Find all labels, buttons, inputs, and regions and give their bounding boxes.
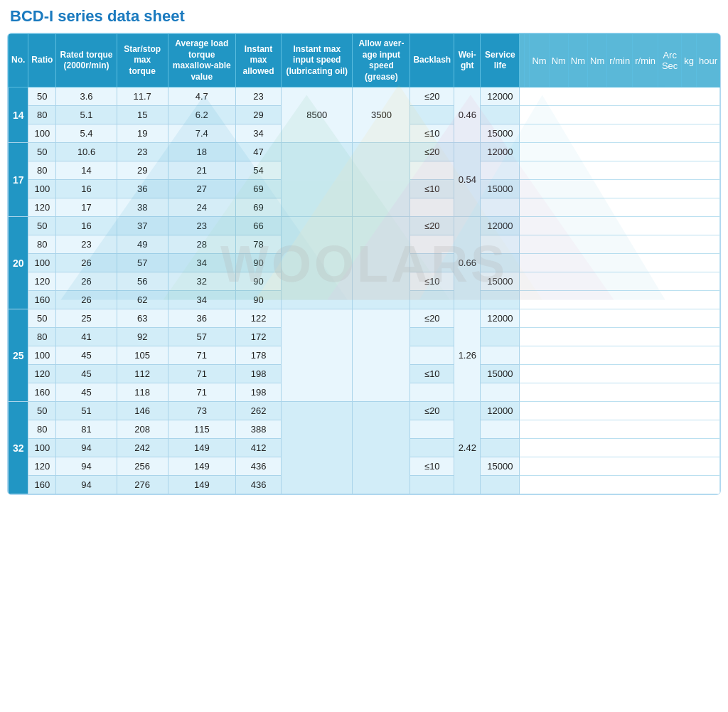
cell-backlash [410,476,454,494]
cell-service [481,346,520,365]
col-ratio: Ratio [28,34,56,87]
unit-inst-speed: r/min [607,34,633,87]
cell-avg: 149 [168,476,235,494]
cell-instant: 388 [235,420,281,439]
cell-backlash: ≤10 [410,272,454,291]
table-row: 32505114673262≤202.4212000 [9,402,720,420]
cell-avg: 21 [168,161,235,180]
cell-ratio: 50 [28,309,56,328]
cell-backlash [410,161,454,180]
cell-rated: 26 [56,291,117,309]
cell-star: 62 [117,291,168,309]
unit-service: hour [696,34,719,87]
cell-ratio: 80 [28,106,56,124]
cell-rated: 26 [56,272,117,291]
cell-ratio: 100 [28,346,56,365]
cell-instant: 262 [235,402,281,420]
cell-star: 118 [117,383,168,402]
col-no: No. [9,34,28,87]
col-rated: Rated torque (2000r/min) [56,34,117,87]
cell-weight: 0.66 [454,217,481,309]
table-row: 14503.611.74.72385003500≤200.4612000 [9,87,720,106]
cell-service: 15000 [481,365,520,383]
cell-backlash [410,328,454,346]
cell-service [481,476,520,494]
cell-weight: 2.42 [454,402,481,494]
cell-service [481,106,520,124]
cell-service: 12000 [481,402,520,420]
cell-rated: 16 [56,180,117,198]
cell-avg: 57 [168,328,235,346]
cell-inst-speed [282,402,353,494]
cell-star: 49 [117,235,168,254]
cell-instant: 78 [235,235,281,254]
cell-star: 256 [117,457,168,476]
cell-instant: 90 [235,272,281,291]
cell-instant: 90 [235,254,281,272]
cell-ratio: 120 [28,457,56,476]
cell-service [481,198,520,217]
cell-allow-speed [353,143,410,217]
cell-service: 15000 [481,124,520,143]
col-backlash: Backlash [410,34,454,87]
col-allow-speed: Allow aver-age input speed (grease) [353,34,410,87]
cell-instant: 122 [235,309,281,328]
cell-avg: 28 [168,235,235,254]
cell-avg: 115 [168,420,235,439]
unit-backlash: Arc Sec [658,34,682,87]
cell-instant: 412 [235,439,281,457]
cell-ratio: 80 [28,420,56,439]
unit-spacer1 [520,34,525,87]
cell-instant: 198 [235,383,281,402]
cell-backlash: ≤20 [410,87,454,106]
group-no: 32 [9,402,28,494]
main-table: No. Ratio Rated torque (2000r/min) Star/… [8,33,720,494]
cell-avg: 32 [168,272,235,291]
cell-avg: 27 [168,180,235,198]
cell-rated: 17 [56,198,117,217]
cell-rated: 14 [56,161,117,180]
cell-star: 112 [117,365,168,383]
cell-avg: 36 [168,309,235,328]
cell-allow-speed: 3500 [353,87,410,143]
cell-rated: 41 [56,328,117,346]
cell-inst-speed [282,143,353,217]
cell-ratio: 80 [28,235,56,254]
cell-instant: 436 [235,457,281,476]
cell-service: 12000 [481,87,520,106]
cell-star: 15 [117,106,168,124]
cell-service: 15000 [481,272,520,291]
cell-avg: 4.7 [168,87,235,106]
cell-avg: 6.2 [168,106,235,124]
cell-inst-speed: 8500 [282,87,353,143]
cell-ratio: 160 [28,383,56,402]
table-row: 205016372366≤200.6612000 [9,217,720,235]
unit-rated: Nm [530,34,549,87]
col-service: Service life [481,34,520,87]
cell-service [481,328,520,346]
cell-instant: 178 [235,346,281,365]
cell-ratio: 100 [28,180,56,198]
cell-service [481,291,520,309]
cell-backlash: ≤20 [410,309,454,328]
cell-rated: 25 [56,309,117,328]
cell-service: 15000 [481,180,520,198]
cell-backlash [410,106,454,124]
cell-ratio: 50 [28,143,56,161]
col-weight: Wei-ght [454,34,481,87]
cell-rated: 81 [56,420,117,439]
cell-backlash [410,346,454,365]
cell-backlash: ≤10 [410,124,454,143]
cell-backlash: ≤10 [410,457,454,476]
cell-instant: 23 [235,87,281,106]
cell-avg: 73 [168,402,235,420]
cell-rated: 45 [56,383,117,402]
cell-service [481,439,520,457]
cell-star: 92 [117,328,168,346]
cell-ratio: 80 [28,328,56,346]
unit-spacer2 [525,34,530,87]
col-inst-speed: Instant max input speed (lubricating oil… [282,34,353,87]
cell-ratio: 160 [28,476,56,494]
cell-rated: 16 [56,217,117,235]
cell-backlash: ≤10 [410,180,454,198]
